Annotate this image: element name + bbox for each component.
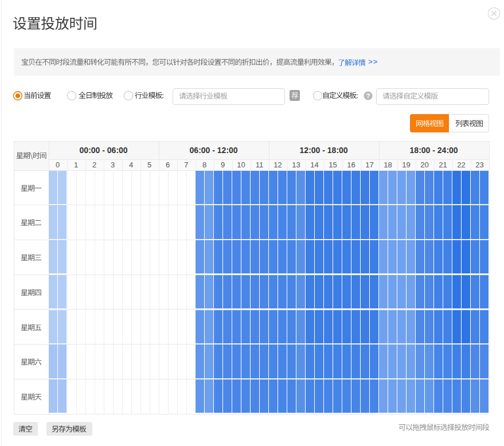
svg-text:?: ?	[366, 92, 370, 99]
